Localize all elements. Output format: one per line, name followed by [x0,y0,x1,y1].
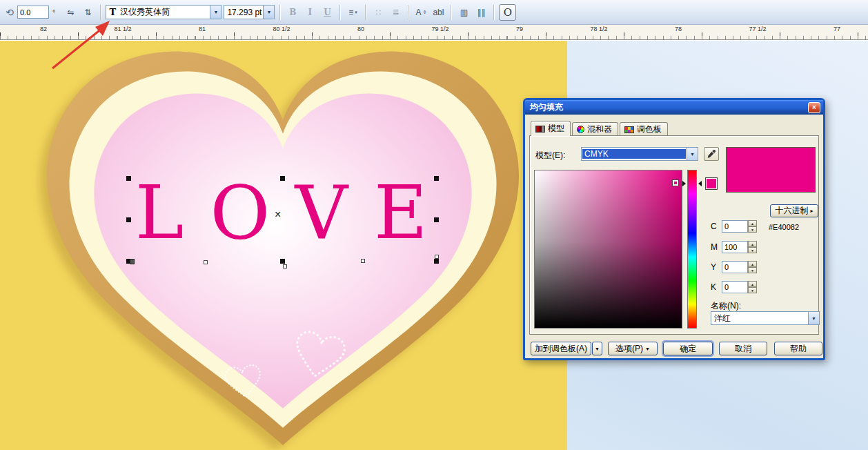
spin-down-icon[interactable]: ▼ [748,267,757,273]
selection-handle[interactable] [280,176,285,181]
selection-handle[interactable] [434,176,439,181]
add-to-palette-button[interactable]: 加到调色板(A) [531,342,591,355]
cancel-button[interactable]: 取消 [719,342,767,355]
lock-node [130,259,135,264]
channel-k-spinner[interactable]: ▲ ▼ [748,281,757,293]
rotation-angle-input[interactable] [17,6,49,19]
channel-c-spinner[interactable]: ▲ ▼ [748,220,757,233]
toolbar-separator [279,5,280,20]
dropdown-icon: ▼ [595,346,600,351]
color-name-dropdown-icon[interactable]: ▼ [808,312,819,324]
hue-handle-left-icon[interactable] [682,181,686,186]
text-alignment-button[interactable]: ≡ ▾ [345,5,360,20]
spin-up-icon[interactable]: ▲ [748,220,757,226]
channel-y-spinner[interactable]: ▲ ▼ [748,261,757,273]
uniform-fill-dialog: 均匀填充 × 模型 混和器 调色板 模型(E): CMYK ▼ [523,98,825,360]
love-text[interactable]: LOVE [135,177,453,250]
spin-down-icon[interactable]: ▼ [748,226,757,233]
mirror-horizontal-button[interactable]: ⇋ [63,5,78,20]
font-family-value: 汉仪秀英体简 [117,6,210,18]
degree-symbol: ° [52,8,55,17]
spin-up-icon[interactable]: ▲ [748,261,757,267]
hue-handle-right-icon[interactable] [698,181,702,186]
character-formatting-button[interactable]: A ⇕ [413,5,428,20]
dialog-titlebar[interactable]: 均匀填充 × [525,100,823,115]
dialog-tabs: 模型 混和器 调色板 [531,121,669,136]
add-to-palette-dropdown-button[interactable]: ▼ [592,342,602,355]
bullet-list-icon: ∷ [376,8,382,17]
vertical-text-button[interactable]: ∥∥ [473,5,489,20]
selection-handle[interactable] [126,176,131,181]
edit-text-button[interactable]: abl [431,5,446,20]
bullet-list-button[interactable]: ∷ [371,5,386,20]
bold-button[interactable]: B [285,5,300,20]
spin-down-icon[interactable]: ▼ [748,287,757,293]
color-field-marker[interactable] [673,180,678,186]
eyedropper-button[interactable] [704,147,719,161]
selection-center-marker[interactable]: × [275,208,281,221]
selection-handle[interactable] [280,259,285,264]
color-model-dropdown-icon[interactable]: ▼ [687,148,698,160]
color-field[interactable] [534,170,682,329]
selection-handle[interactable] [126,217,131,222]
glyph-node[interactable] [361,259,365,263]
glyph-node[interactable] [283,264,287,268]
drop-cap-button[interactable]: ≣ [388,5,403,20]
channel-label: C [711,222,722,231]
model-label: 模型(E): [535,150,565,162]
font-size-select[interactable]: 17.293 pt ▼ [224,5,275,19]
hexadecimal-button[interactable]: 十六进制 ▸ [770,204,818,217]
close-button[interactable]: × [808,102,820,113]
hue-slider[interactable] [687,170,697,329]
channel-k-input[interactable] [722,281,748,293]
selection-handle[interactable] [434,259,439,264]
glyph-node[interactable] [204,260,208,264]
ruler-label: 79 1/2 [431,26,448,32]
ruler-label: 80 1/2 [273,26,290,32]
character-o-button[interactable]: O [499,4,516,21]
hexadecimal-arrow-icon: ▸ [810,208,813,214]
ruler-labels: 82 81 1/2 81 80 1/2 80 79 1/2 79 78 1/2 … [40,26,840,32]
italic-button[interactable]: I [302,5,317,20]
current-color-swatch[interactable] [705,177,718,190]
spin-up-icon[interactable]: ▲ [748,281,757,287]
channel-c-input[interactable] [722,220,748,233]
cmyk-row-y: Y ▲ ▼ [711,261,757,273]
spin-up-icon[interactable]: ▲ [748,241,757,247]
ruler-label: 78 1/2 [590,26,607,32]
font-icon: T [106,7,117,17]
options-label: 选项(P) [615,343,643,355]
char-format-arrows-icon: ⇕ [422,10,426,15]
font-size-dropdown-icon[interactable]: ▼ [263,6,274,19]
selection-handle[interactable] [434,217,439,222]
glyph-node[interactable] [435,255,439,259]
color-name-select[interactable]: 洋红 ▼ [711,311,820,325]
channel-m-spinner[interactable]: ▲ ▼ [748,241,757,253]
models-tab-panel: 模型(E): CMYK ▼ 十六进制 ▸ #E40082 [529,135,819,335]
help-button[interactable]: 帮助 [774,342,822,355]
ruler-label: 79 [516,26,523,32]
underline-button[interactable]: U [319,5,335,20]
tab-label: 模型 [548,123,564,135]
tab-palettes[interactable]: 调色板 [620,122,668,136]
toolbar-separator [451,5,451,20]
models-tab-icon [535,126,545,133]
font-family-select[interactable]: T 汉仪秀英体简 ▼ [106,5,221,19]
tab-label: 混和器 [587,124,612,135]
channel-label: K [711,282,722,292]
mirror-vertical-button[interactable]: ⇅ [80,5,95,20]
horizontal-ruler[interactable]: 82 81 1/2 81 80 1/2 80 79 1/2 79 78 1/2 … [0,25,868,40]
tab-models[interactable]: 模型 [531,121,571,136]
mirror-horizontal-icon: ⇋ [67,8,74,17]
spin-down-icon[interactable]: ▼ [748,247,757,253]
tab-label: 调色板 [637,124,662,135]
ok-button[interactable]: 确定 [663,342,713,355]
columns-button[interactable]: ▥ [456,5,471,20]
color-model-select[interactable]: CMYK ▼ [581,147,698,161]
options-button[interactable]: 选项(P) ▼ [608,342,658,355]
dialog-title: 均匀填充 [530,101,563,113]
channel-y-input[interactable] [722,261,748,273]
tab-mixers[interactable]: 混和器 [572,122,618,136]
channel-m-input[interactable] [722,241,748,253]
font-family-dropdown-icon[interactable]: ▼ [210,6,221,19]
